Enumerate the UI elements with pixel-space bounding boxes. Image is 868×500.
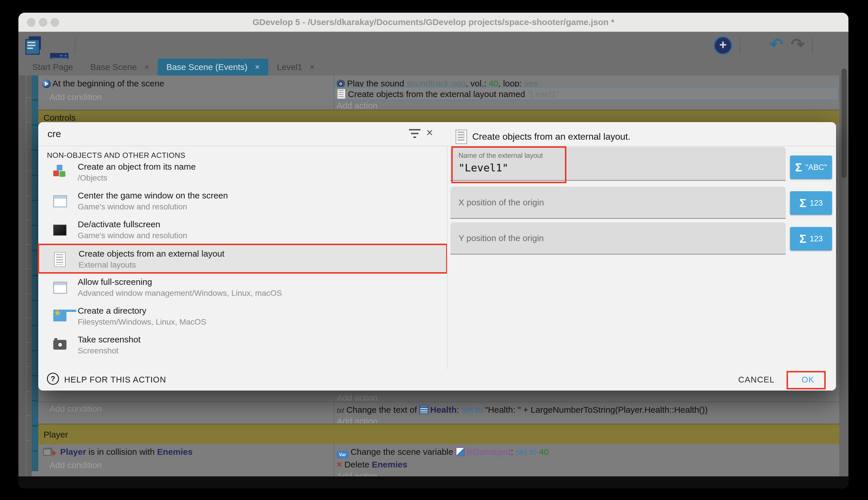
tab-base-scene[interactable]: Base Scene×	[82, 59, 158, 76]
highlight-box-field	[451, 146, 566, 183]
add-action-link[interactable]: Add action	[337, 101, 378, 111]
list-item-create-directory[interactable]: ★ Create a directoryFilesystem/Windows, …	[38, 302, 447, 331]
delete-x-icon: ×	[337, 459, 342, 470]
event3-condition-collision[interactable]: Player is in collision with Enemies	[43, 447, 192, 457]
camera-icon	[53, 338, 68, 352]
scene-variable-icon	[456, 447, 465, 456]
panel-divider	[447, 146, 447, 369]
add-icon[interactable]: +	[714, 36, 732, 55]
group-header-player[interactable]: Player	[38, 424, 839, 444]
window-icon	[53, 280, 68, 294]
search-row: ×	[38, 122, 836, 146]
objects-icon	[53, 165, 68, 179]
sigma-icon: Σ	[799, 232, 806, 246]
condition-action-divider	[334, 444, 335, 476]
action-title: Create objects from an external layout.	[472, 131, 631, 142]
external-layout-icon	[337, 89, 345, 99]
window-title: GDevelop 5 - /Users/dkarakay/Documents/G…	[19, 17, 848, 27]
add-action-link[interactable]: Add action	[337, 393, 378, 403]
txt-icon: txt	[337, 406, 344, 414]
add-condition-link[interactable]: Add condition	[49, 92, 102, 102]
condition-action-divider	[334, 401, 335, 423]
external-layout-icon	[456, 129, 467, 144]
tab-bar: Start Page Base Scene× Base Scene (Event…	[19, 59, 848, 76]
undo-icon[interactable]: ↶	[769, 36, 783, 53]
event2-action-change-text[interactable]: txtChange the text of Health: set to "He…	[337, 405, 708, 415]
collision-spark-icon	[52, 450, 60, 456]
search-input[interactable]	[47, 128, 394, 140]
field-x-position[interactable]: X position of the origin	[450, 186, 786, 219]
variable-icon: Var	[337, 451, 348, 458]
speaker-icon	[337, 80, 345, 88]
toolbar-separator	[812, 37, 813, 54]
begin-scene-icon	[42, 79, 51, 88]
highlight-box-ok	[787, 371, 826, 389]
scrollbar-thumb[interactable]	[842, 69, 847, 178]
expression-builder-123-button[interactable]: Σ 123	[790, 227, 832, 251]
row-separator	[38, 401, 839, 402]
cancel-button[interactable]: CANCEL	[738, 375, 775, 385]
sigma-icon: Σ	[799, 197, 806, 210]
close-icon[interactable]: ×	[255, 62, 260, 72]
redo-icon[interactable]: ↷	[790, 36, 805, 53]
toolbar: + + + + ↶ ↷	[19, 32, 848, 59]
event3-action-delete[interactable]: ×Delete Enemies	[337, 459, 407, 470]
event1-condition[interactable]: At the beginning of the scene	[42, 79, 164, 88]
list-item-take-screenshot[interactable]: Take screenshotScreenshot	[38, 331, 447, 360]
help-icon[interactable]: ?	[47, 373, 59, 385]
toolbar-separator	[740, 37, 740, 54]
titlebar: GDevelop 5 - /Users/dkarakay/Documents/G…	[19, 13, 848, 32]
instruction-editor-dialog: × NON-OBJECTS AND OTHER ACTIONS Create a…	[38, 122, 836, 390]
sheet-bottom	[19, 476, 848, 488]
field-y-position[interactable]: Y position of the origin	[450, 222, 786, 254]
toolbar-separator	[75, 37, 75, 54]
event3-action-variable[interactable]: VarChange the scene variable IsDamaged: …	[337, 447, 549, 458]
folder-icon: ★	[53, 309, 68, 323]
list-item-deactivate-fullscreen[interactable]: De/activate fullscreenGame's window and …	[38, 215, 447, 244]
list-item-allow-full-screening[interactable]: Allow full-screeningAdvanced window mana…	[38, 273, 447, 302]
list-item-create-objects-external-layout[interactable]: Create objects from an external layoutEx…	[38, 244, 447, 274]
list-item-create-object-from-name[interactable]: Create an object from its name/Objects	[38, 158, 447, 186]
group-header-controls[interactable]: Controls	[38, 110, 839, 124]
list-item-center-game-window[interactable]: Center the game window on the screenGame…	[38, 186, 447, 215]
tab-level1[interactable]: Level1×	[268, 59, 323, 76]
events-gutter	[19, 76, 32, 476]
close-icon[interactable]: ×	[426, 126, 433, 139]
dialog-footer: ? HELP FOR THIS ACTION CANCEL OK	[38, 369, 836, 390]
sigma-icon: Σ	[795, 161, 802, 174]
close-icon[interactable]: ×	[310, 62, 314, 72]
add-condition-link[interactable]: Add condition	[49, 404, 102, 413]
event-selection-bar[interactable]	[32, 76, 38, 471]
collision-icon	[43, 449, 51, 456]
close-icon[interactable]: ×	[144, 62, 149, 72]
external-layout-icon	[54, 252, 69, 266]
event1-action-create-selected[interactable]: Create objects from the external layout …	[334, 87, 838, 100]
tab-base-scene-events[interactable]: Base Scene (Events)×	[158, 59, 268, 76]
fullscreen-icon	[53, 222, 68, 237]
window-icon	[53, 194, 68, 208]
text-object-icon	[419, 405, 429, 414]
filter-icon[interactable]	[409, 129, 421, 139]
tab-start-page[interactable]: Start Page	[24, 59, 82, 76]
project-manager-icon[interactable]	[25, 36, 42, 53]
add-condition-link[interactable]: Add condition	[49, 460, 102, 470]
help-link[interactable]: HELP FOR THIS ACTION	[64, 375, 166, 385]
expression-builder-abc-button[interactable]: Σ "ABC"	[790, 156, 832, 179]
expression-builder-123-button[interactable]: Σ 123	[790, 191, 832, 215]
